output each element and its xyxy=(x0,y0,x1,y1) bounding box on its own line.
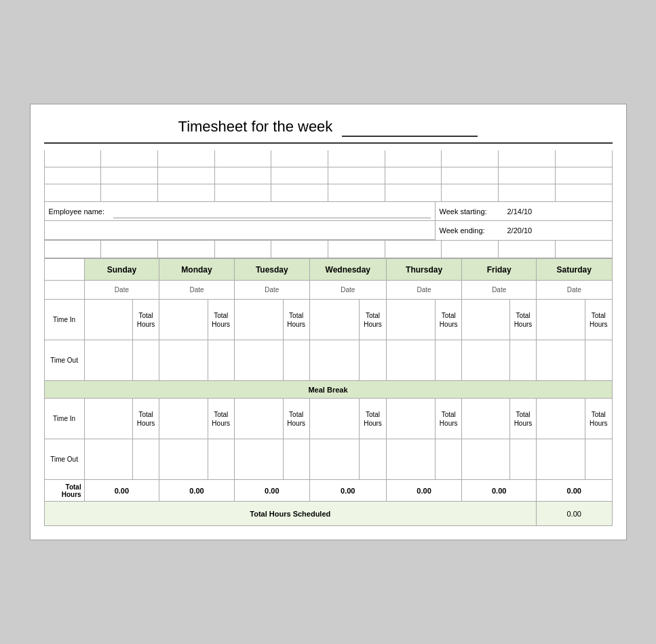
tuesday-total: 0.00 xyxy=(234,480,309,502)
thursday-timein-1[interactable] xyxy=(386,300,435,340)
thursday-date: Date xyxy=(386,281,462,300)
wednesday-timeout-2[interactable] xyxy=(309,439,359,480)
thursday-header: Thursday xyxy=(386,259,462,281)
sunday-header: Sunday xyxy=(84,259,159,281)
thursday-timeout-2-th xyxy=(436,439,462,480)
wednesday-timeout-2-th xyxy=(360,439,386,480)
monday-total: 0.00 xyxy=(159,480,235,502)
blank-cell xyxy=(215,184,272,201)
blank-cell xyxy=(215,167,272,184)
sunday-timein-1[interactable] xyxy=(84,300,132,340)
tuesday-header: Tuesday xyxy=(234,259,309,281)
friday-timeout-2-th xyxy=(509,439,536,480)
monday-timeout-1[interactable] xyxy=(159,340,208,381)
blank-cell xyxy=(101,241,158,258)
thursday-totalhours-1: TotalHours xyxy=(436,300,462,340)
sunday-total: 0.00 xyxy=(84,480,159,502)
empty-date xyxy=(44,281,84,300)
week-starting-label: Week starting: xyxy=(440,207,507,216)
time-out-label-1: Time Out xyxy=(44,340,84,381)
blank-cell xyxy=(556,150,612,167)
wednesday-header: Wednesday xyxy=(309,259,386,281)
friday-date: Date xyxy=(462,281,537,300)
friday-header: Friday xyxy=(462,259,537,281)
week-ending-value: 2/20/10 xyxy=(507,226,533,235)
saturday-timeout-1-th xyxy=(585,340,612,381)
wednesday-total: 0.00 xyxy=(309,480,386,502)
blank-cell xyxy=(101,184,158,201)
monday-timein-2[interactable] xyxy=(159,399,208,439)
saturday-timeout-1[interactable] xyxy=(537,340,585,381)
monday-timeout-2-th xyxy=(208,439,234,480)
sunday-timeout-1-th xyxy=(132,340,159,381)
friday-timeout-2[interactable] xyxy=(462,439,510,480)
wednesday-timein-2[interactable] xyxy=(309,399,359,439)
saturday-totalhours-1: TotalHours xyxy=(585,300,612,340)
wednesday-totalhours-1: TotalHours xyxy=(360,300,386,340)
blank-cell xyxy=(158,241,215,258)
tuesday-date: Date xyxy=(234,281,309,300)
blank-cell xyxy=(215,150,272,167)
monday-date: Date xyxy=(159,281,235,300)
blank-cell xyxy=(328,150,385,167)
thursday-timeout-2[interactable] xyxy=(386,439,435,480)
monday-timein-1[interactable] xyxy=(159,300,208,340)
blank-cell xyxy=(328,184,385,201)
blank-cell xyxy=(499,184,556,201)
saturday-timein-2[interactable] xyxy=(537,399,585,439)
title-text: Timesheet for the week xyxy=(178,118,333,135)
employee-value[interactable] xyxy=(113,205,431,218)
blank-cell xyxy=(442,184,499,201)
blank-cell xyxy=(499,241,556,258)
blank-cell xyxy=(328,167,385,184)
blank-cell xyxy=(271,241,328,258)
thursday-timeout-1[interactable] xyxy=(386,340,435,381)
sunday-totalhours-2: TotalHours xyxy=(132,399,159,439)
tuesday-timeout-1-th xyxy=(283,340,309,381)
time-out-label-2: Time Out xyxy=(44,439,84,480)
wednesday-date: Date xyxy=(309,281,386,300)
blank-cell xyxy=(45,150,102,167)
monday-timeout-2[interactable] xyxy=(159,439,208,480)
wednesday-timeout-1[interactable] xyxy=(309,340,359,381)
blank-cell xyxy=(385,241,442,258)
blank-cell xyxy=(158,184,215,201)
blank-cell xyxy=(442,167,499,184)
sunday-timeout-2-th xyxy=(132,439,159,480)
friday-timein-1[interactable] xyxy=(462,300,510,340)
wednesday-timeout-1-th xyxy=(360,340,386,381)
friday-timein-2[interactable] xyxy=(462,399,510,439)
saturday-timeout-2[interactable] xyxy=(537,439,585,480)
employee-label: Employee name: xyxy=(49,207,113,216)
sunday-timein-2[interactable] xyxy=(84,399,132,439)
sunday-timeout-2[interactable] xyxy=(84,439,132,480)
tuesday-totalhours-2: TotalHours xyxy=(283,399,309,439)
blank-cell xyxy=(271,150,328,167)
meal-break-label: Meal Break xyxy=(44,381,612,399)
blank-cell xyxy=(45,241,102,258)
grand-total-label: Total Hours Scheduled xyxy=(44,502,537,526)
blank-cell xyxy=(328,241,385,258)
tuesday-timein-1[interactable] xyxy=(234,300,283,340)
saturday-timein-1[interactable] xyxy=(537,300,585,340)
tuesday-timeout-2[interactable] xyxy=(234,439,283,480)
blank-cell xyxy=(385,167,442,184)
tuesday-timein-2[interactable] xyxy=(234,399,283,439)
friday-timeout-1[interactable] xyxy=(462,340,510,381)
monday-header: Monday xyxy=(159,259,235,281)
blank-cell xyxy=(101,167,158,184)
wednesday-totalhours-2: TotalHours xyxy=(360,399,386,439)
blank-cell xyxy=(499,167,556,184)
sunday-timeout-1[interactable] xyxy=(84,340,132,381)
thursday-timeout-1-th xyxy=(436,340,462,381)
thursday-totalhours-2: TotalHours xyxy=(436,399,462,439)
tuesday-timeout-1[interactable] xyxy=(234,340,283,381)
saturday-date: Date xyxy=(537,281,612,300)
saturday-header: Saturday xyxy=(537,259,612,281)
time-in-label-2: Time In xyxy=(44,399,84,439)
blank-cell xyxy=(45,184,102,201)
wednesday-timein-1[interactable] xyxy=(309,300,359,340)
blank-info-row xyxy=(45,221,435,240)
week-ending-label: Week ending: xyxy=(440,226,507,235)
thursday-timein-2[interactable] xyxy=(386,399,435,439)
